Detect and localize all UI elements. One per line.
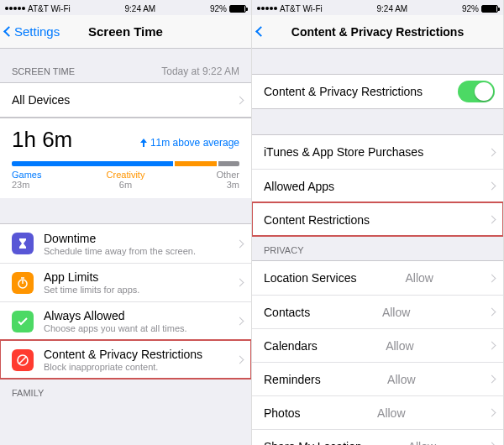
- clock: 9:24 AM: [125, 4, 156, 13]
- restrictions-toggle-row[interactable]: Content & Privacy Restrictions: [252, 75, 503, 108]
- category: Other3m: [164, 170, 239, 190]
- chevron-right-icon: [488, 148, 496, 156]
- screen-time-section-header: SCREEN TIME Today at 9:22 AM: [0, 49, 251, 82]
- chevron-right-icon: [488, 409, 496, 417]
- back-button[interactable]: [257, 28, 265, 35]
- chevron-right-icon: [236, 96, 244, 104]
- back-label: Settings: [14, 24, 60, 39]
- clock: 9:24 AM: [377, 4, 408, 13]
- privacy-row[interactable]: RemindersAllow: [252, 362, 503, 395]
- chevron-right-icon: [488, 274, 496, 282]
- signal-icon: [257, 7, 277, 10]
- above-average-label: 11m above average: [139, 137, 239, 149]
- restrictions-row[interactable]: Content Restrictions: [252, 202, 503, 236]
- chevron-right-icon: [488, 442, 496, 445]
- privacy-row[interactable]: ContactsAllow: [252, 295, 503, 328]
- chevron-left-icon: [3, 26, 14, 37]
- check-icon: [12, 311, 34, 332]
- battery-icon: [229, 5, 246, 13]
- timestamp: Today at 9:22 AM: [161, 65, 239, 77]
- page-title: Content & Privacy Restrictions: [252, 25, 503, 39]
- usage-summary[interactable]: 1h 6m 11m above average Games23mCreativi…: [0, 118, 251, 198]
- settings-row-nosign[interactable]: Content & Privacy RestrictionsBlock inap…: [0, 340, 251, 379]
- usage-bar: [12, 161, 239, 166]
- chevron-right-icon: [488, 308, 496, 317]
- chevron-right-icon: [488, 182, 496, 191]
- chevron-right-icon: [236, 239, 244, 248]
- chevron-right-icon: [236, 356, 244, 364]
- status-bar: AT&T Wi-Fi 9:24 AM 92%: [252, 0, 503, 15]
- bar-segment: [218, 161, 239, 166]
- battery-pct: 92%: [462, 4, 479, 13]
- chevron-right-icon: [236, 317, 244, 326]
- restrictions-phone: AT&T Wi-Fi 9:24 AM 92% Content & Privacy…: [252, 0, 504, 445]
- screen-time-phone: AT&T Wi-Fi 9:24 AM 92% Settings Screen T…: [0, 0, 252, 445]
- signal-icon: [5, 7, 25, 10]
- status-bar: AT&T Wi-Fi 9:24 AM 92%: [0, 0, 251, 15]
- category: Creativity6m: [87, 170, 163, 190]
- privacy-section-header: PRIVACY: [252, 237, 503, 260]
- nav-bar: Settings Screen Time: [0, 15, 251, 49]
- privacy-row[interactable]: Location ServicesAllow: [252, 261, 503, 295]
- battery-pct: 92%: [210, 4, 227, 13]
- nav-bar: Content & Privacy Restrictions: [252, 15, 503, 49]
- bar-segment: [175, 161, 217, 166]
- settings-row-check[interactable]: Always AllowedChoose apps you want at al…: [0, 301, 251, 340]
- chevron-left-icon: [255, 26, 266, 37]
- nosign-icon: [12, 349, 34, 371]
- chevron-right-icon: [488, 342, 496, 350]
- carrier-label: AT&T Wi-Fi: [280, 4, 323, 13]
- arrow-up-icon: [139, 139, 148, 147]
- settings-row-timer[interactable]: App LimitsSet time limits for apps.: [0, 263, 251, 301]
- hourglass-icon: [12, 233, 34, 254]
- restrictions-row[interactable]: iTunes & App Store Purchases: [252, 135, 503, 169]
- all-devices-row[interactable]: All Devices: [0, 83, 251, 117]
- toggle-switch[interactable]: [458, 81, 495, 102]
- restrictions-row[interactable]: Allowed Apps: [252, 169, 503, 202]
- chevron-right-icon: [488, 375, 496, 384]
- chevron-right-icon: [488, 216, 496, 224]
- settings-row-hourglass[interactable]: DowntimeSchedule time away from the scre…: [0, 224, 251, 263]
- bar-segment: [12, 161, 173, 166]
- privacy-row[interactable]: PhotosAllow: [252, 395, 503, 429]
- category: Games23m: [12, 170, 87, 190]
- battery-icon: [481, 5, 498, 13]
- carrier-label: AT&T Wi-Fi: [28, 4, 71, 13]
- back-button[interactable]: Settings: [5, 24, 60, 39]
- chevron-right-icon: [236, 279, 244, 287]
- family-section-header: FAMILY: [0, 380, 251, 403]
- total-time: 1h 6m: [12, 127, 72, 153]
- timer-icon: [12, 272, 34, 294]
- privacy-row[interactable]: Share My LocationAllow: [252, 429, 503, 445]
- privacy-row[interactable]: CalendarsAllow: [252, 328, 503, 362]
